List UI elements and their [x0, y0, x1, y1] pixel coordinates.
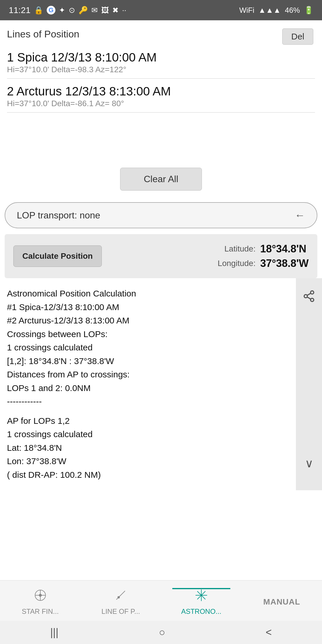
result-line: ------------ — [7, 395, 289, 408]
del-button[interactable]: Del — [282, 28, 313, 45]
position-display: Latitude: 18°34.8'N Longitude: 37°38.8'W — [209, 243, 309, 269]
divider-2 — [7, 112, 315, 113]
svg-point-8 — [39, 594, 41, 596]
lop-transport-arrow-icon: ← — [295, 209, 305, 221]
share-icon[interactable] — [300, 287, 318, 308]
back-button[interactable]: < — [254, 623, 283, 641]
image-icon: 🖼 — [101, 6, 109, 15]
page-title: Lines of Position — [7, 28, 79, 40]
nav-label-astrono: ASTRONO... — [181, 607, 221, 616]
battery-icon: 🔋 — [304, 6, 313, 15]
result-line: Distances from AP to crossings: — [7, 368, 289, 381]
clear-all-row: Clear All — [0, 162, 322, 196]
header-row: Lines of Position Del — [0, 20, 322, 48]
status-bar: 11:21 🔒 G ✦ ⊙ 🔑 ✉ 🖼 ✖ ·· WiFi ▲▲▲ 46% 🔋 — [0, 0, 322, 20]
g-icon: G — [47, 6, 55, 15]
divider-1 — [7, 78, 315, 79]
x-icon: ✖ — [112, 6, 119, 15]
nav-item-manual[interactable]: MANUAL — [253, 594, 311, 609]
longitude-value: 37°38.8'W — [260, 257, 309, 269]
longitude-row: Longitude: 37°38.8'W — [209, 257, 309, 269]
longitude-label: Longitude: — [209, 259, 256, 268]
calculate-position-button[interactable]: Calculate Position — [13, 245, 102, 267]
nav-item-star-finder[interactable]: STAR FIN... — [11, 588, 69, 616]
lock-icon: 🔒 — [34, 6, 43, 15]
chevron-down-icon[interactable]: ∨ — [302, 454, 316, 473]
lop-entry-1: 1 Spica 12/3/13 8:10:00 AM Hi=37°10.0' D… — [0, 48, 322, 75]
nav-label-manual: MANUAL — [258, 594, 306, 609]
nav-item-astrono-container: ASTRONO... — [172, 588, 230, 616]
results-container: Astronomical Position Calculation#1 Spic… — [0, 278, 322, 490]
svg-line-9 — [116, 591, 125, 600]
status-bar-left: 11:21 🔒 G ✦ ⊙ 🔑 ✉ 🖼 ✖ ·· — [9, 5, 126, 15]
lop-2-title: 2 Arcturus 12/3/13 8:13:00 AM — [7, 84, 315, 98]
result-line — [7, 408, 289, 414]
home-button[interactable]: ○ — [147, 623, 177, 641]
status-bar-right: WiFi ▲▲▲ 46% 🔋 — [239, 6, 313, 15]
lop-1-detail: Hi=37°10.0' Delta=-98.3 Az=122° — [7, 65, 315, 74]
signal-icon: ▲▲▲ — [258, 6, 281, 15]
line-of-position-icon — [113, 588, 128, 606]
result-line: ( dist DR-AP: 100.2 NM) — [7, 468, 289, 482]
result-line: AP for LOPs 1,2 — [7, 414, 289, 428]
lop-2-detail: Hi=37°10.0' Delta=-86.1 Az= 80° — [7, 99, 315, 108]
svg-line-4 — [307, 293, 311, 295]
calculate-section: Calculate Position Latitude: 18°34.8'N L… — [5, 234, 317, 278]
dots-icon: ·· — [122, 6, 126, 15]
main-content: Lines of Position Del 1 Spica 12/3/13 8:… — [0, 20, 322, 490]
status-time: 11:21 — [9, 5, 30, 15]
lop-entry-2: 2 Arcturus 12/3/13 8:13:00 AM Hi=37°10.0… — [0, 82, 322, 109]
results-sidebar: ∨ — [296, 278, 322, 490]
spacer — [0, 115, 322, 162]
result-line: 1 crossings calculated — [7, 341, 289, 354]
result-line: Lat: 18°34.8'N — [7, 441, 289, 455]
result-line: #1 Spica-12/3/13 8:10:00 AM — [7, 301, 289, 314]
results-text: Astronomical Position Calculation#1 Spic… — [0, 278, 296, 490]
clear-all-button[interactable]: Clear All — [120, 168, 202, 191]
result-line: Crossings between LOPs: — [7, 328, 289, 341]
nav-item-line-of-position[interactable]: LINE OF P... — [92, 588, 150, 616]
key-icon: 🔑 — [79, 6, 88, 15]
compass-icon: ✦ — [59, 6, 65, 15]
star-finder-icon — [33, 588, 48, 606]
cam-icon: ⊙ — [69, 6, 75, 15]
result-line: Lon: 37°38.8'W — [7, 455, 289, 468]
result-line: Astronomical Position Calculation — [7, 287, 289, 301]
latitude-value: 18°34.8'N — [260, 243, 306, 255]
nav-label-line-of-position: LINE OF P... — [102, 607, 140, 616]
battery-text: 46% — [285, 6, 300, 15]
bottom-nav: STAR FIN... LINE OF P... ASTRONO... — [0, 580, 322, 621]
wifi-icon: WiFi — [239, 6, 254, 15]
latitude-label: Latitude: — [209, 244, 256, 254]
svg-point-10 — [118, 596, 120, 598]
android-nav: ||| ○ < — [0, 621, 322, 644]
mail-icon: ✉ — [91, 6, 98, 15]
lop-transport-row[interactable]: LOP transport: none ← — [5, 202, 317, 228]
result-line: 1 crossings calculated — [7, 428, 289, 441]
lop-1-title: 1 Spica 12/3/13 8:10:00 AM — [7, 50, 315, 64]
active-underline — [172, 588, 230, 589]
result-line: LOPs 1 and 2: 0.0NM — [7, 381, 289, 395]
latitude-row: Latitude: 18°34.8'N — [209, 243, 309, 255]
nav-label-star-finder: STAR FIN... — [22, 607, 59, 616]
svg-line-3 — [307, 297, 311, 299]
lop-transport-label: LOP transport: none — [17, 210, 100, 221]
menu-button[interactable]: ||| — [39, 623, 70, 641]
result-line: [1,2]: 18°34.8'N : 37°38.8'W — [7, 354, 289, 368]
result-line: #2 Arcturus-12/3/13 8:13:00 AM — [7, 314, 289, 328]
astrono-icon — [194, 588, 209, 606]
nav-item-astrono[interactable]: ASTRONO... — [172, 588, 230, 616]
